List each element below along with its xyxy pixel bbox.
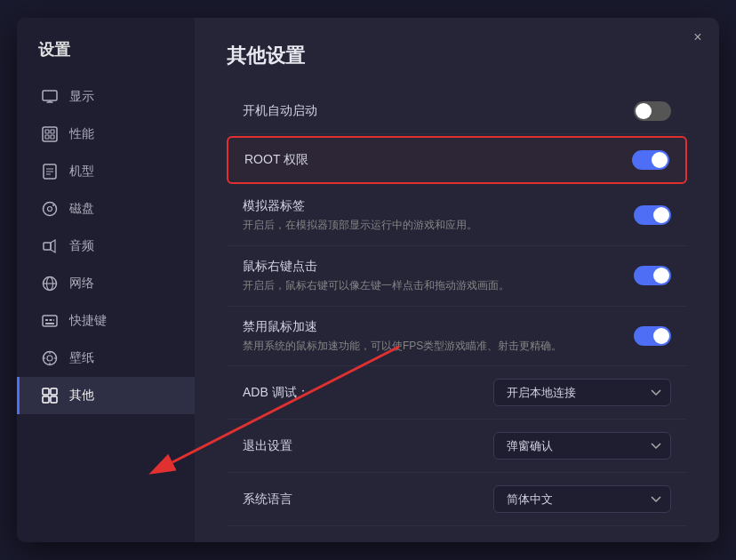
mouse-accel-toggle[interactable] — [634, 326, 671, 346]
disk-icon — [41, 200, 59, 218]
svg-rect-21 — [45, 319, 48, 321]
svg-rect-5 — [51, 130, 54, 133]
sidebar-item-audio[interactable]: 音频 — [17, 228, 195, 265]
svg-rect-4 — [45, 130, 49, 133]
language-row: 系统语言 简体中文 English 繁体中文 — [227, 473, 687, 526]
model-icon — [41, 163, 59, 180]
svg-point-12 — [44, 203, 57, 216]
right-click-row: 鼠标右键点击 开启后，鼠标右键可以像左键一样点击和拖动游戏画面。 — [227, 246, 687, 307]
exit-label: 退出设置 — [243, 438, 349, 454]
sidebar-title: 设置 — [17, 39, 195, 78]
sidebar-item-shortcut[interactable]: 快捷键 — [17, 302, 195, 340]
sidebar-item-performance[interactable]: 性能 — [17, 116, 195, 153]
settings-dialog: × 设置 显示 — [17, 18, 719, 542]
sidebar-label-audio: 音频 — [69, 238, 94, 254]
sidebar-label-display: 显示 — [69, 89, 94, 105]
mouse-accel-row: 禁用鼠标加速 禁用系统的鼠标加速功能，可以使FPS类型游戏瞄准、射击更精确。 — [227, 307, 687, 367]
shortcut-icon — [41, 312, 59, 330]
display-icon — [41, 88, 59, 106]
svg-rect-0 — [43, 91, 57, 100]
right-click-desc: 开启后，鼠标右键可以像左键一样点击和拖动游戏画面。 — [243, 278, 509, 293]
svg-rect-3 — [43, 127, 57, 141]
emulator-tag-block: 模拟器标签 开启后，在模拟器顶部显示运行中的游戏和应用。 — [243, 198, 477, 233]
sidebar-label-shortcut: 快捷键 — [69, 313, 107, 329]
svg-point-14 — [52, 204, 54, 206]
autostart-row: 开机自动启动 — [227, 89, 687, 134]
right-click-label: 鼠标右键点击 — [243, 259, 509, 275]
mouse-accel-label: 禁用鼠标加速 — [243, 319, 562, 335]
sidebar-label-performance: 性能 — [69, 126, 94, 142]
sidebar-item-wallpaper[interactable]: 壁纸 — [17, 340, 195, 377]
svg-rect-15 — [44, 243, 51, 250]
svg-rect-24 — [45, 323, 54, 324]
exit-select[interactable]: 弹窗确认 直接退出 — [493, 432, 671, 460]
svg-rect-6 — [45, 135, 49, 139]
svg-rect-32 — [51, 388, 57, 395]
svg-point-13 — [48, 207, 52, 212]
adb-label: ADB 调试： — [243, 385, 349, 401]
main-content: 其他设置 开机自动启动 ROOT 权限 模拟器标签 开启后，在模拟器顶部 — [195, 18, 719, 542]
svg-point-26 — [47, 356, 52, 361]
emulator-tag-row: 模拟器标签 开启后，在模拟器顶部显示运行中的游戏和应用。 — [227, 186, 687, 246]
sidebar-label-disk: 磁盘 — [69, 201, 94, 217]
page-title: 其他设置 — [227, 43, 687, 69]
language-label: 系统语言 — [243, 492, 349, 508]
root-toggle[interactable] — [632, 150, 669, 170]
sidebar-label-network: 网络 — [69, 276, 94, 292]
mouse-accel-block: 禁用鼠标加速 禁用系统的鼠标加速功能，可以使FPS类型游戏瞄准、射击更精确。 — [243, 319, 562, 354]
performance-icon — [41, 125, 59, 143]
adb-row: ADB 调试： 开启本地连接 关闭 — [227, 366, 687, 420]
svg-rect-23 — [53, 319, 54, 321]
other-icon — [41, 387, 59, 404]
network-icon — [41, 275, 59, 292]
sidebar-label-other: 其他 — [69, 388, 94, 404]
emulator-tag-desc: 开启后，在模拟器顶部显示运行中的游戏和应用。 — [243, 218, 477, 233]
sidebar-item-other[interactable]: 其他 — [17, 377, 195, 414]
adb-select[interactable]: 开启本地连接 关闭 — [493, 379, 671, 406]
exit-row: 退出设置 弹窗确认 直接退出 — [227, 420, 687, 473]
svg-rect-7 — [51, 135, 54, 139]
audio-icon — [41, 237, 59, 255]
svg-rect-34 — [51, 396, 57, 403]
root-label: ROOT 权限 — [244, 152, 308, 168]
autostart-toggle[interactable] — [634, 101, 671, 121]
sidebar-item-model[interactable]: 机型 — [17, 153, 195, 190]
sidebar-label-wallpaper: 壁纸 — [69, 350, 94, 366]
root-row: ROOT 权限 — [227, 136, 687, 184]
sidebar-item-disk[interactable]: 磁盘 — [17, 190, 195, 228]
sidebar: 设置 显示 性能 — [17, 18, 195, 542]
right-click-toggle[interactable] — [634, 266, 671, 285]
sidebar-label-model: 机型 — [69, 164, 94, 180]
right-click-block: 鼠标右键点击 开启后，鼠标右键可以像左键一样点击和拖动游戏画面。 — [243, 259, 509, 293]
sidebar-item-display[interactable]: 显示 — [17, 78, 195, 116]
emulator-tag-toggle[interactable] — [634, 205, 671, 225]
svg-rect-22 — [50, 319, 52, 321]
wallpaper-icon — [41, 349, 59, 367]
sidebar-item-network[interactable]: 网络 — [17, 265, 195, 302]
language-select[interactable]: 简体中文 English 繁体中文 — [493, 485, 671, 513]
close-button[interactable]: × — [689, 28, 707, 46]
mouse-accel-desc: 禁用系统的鼠标加速功能，可以使FPS类型游戏瞄准、射击更精确。 — [243, 339, 562, 354]
svg-rect-31 — [43, 388, 49, 395]
footer: 保存设置 取消 — [227, 526, 687, 542]
autostart-label: 开机自动启动 — [243, 103, 317, 119]
emulator-tag-label: 模拟器标签 — [243, 198, 477, 214]
svg-rect-33 — [43, 396, 49, 403]
